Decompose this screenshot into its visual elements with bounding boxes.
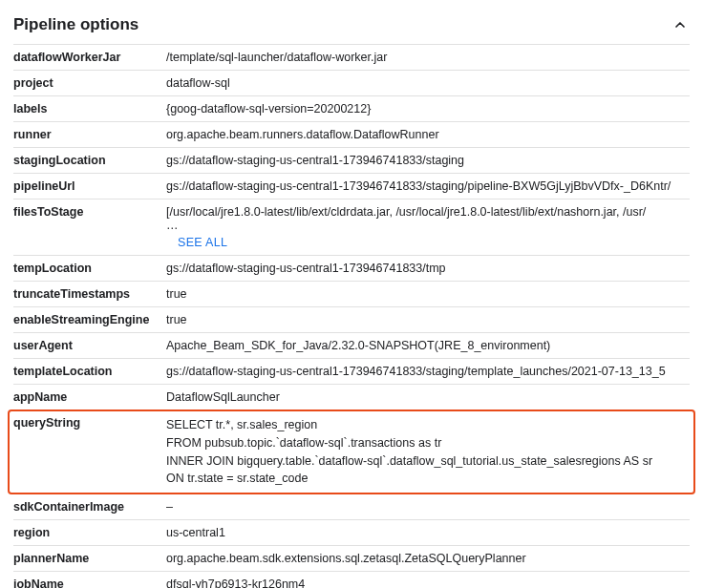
option-row: stagingLocationgs://dataflow-staging-us-… [13,147,690,173]
option-value: true [166,311,690,328]
option-key: runner [13,126,166,143]
option-value: – [166,498,690,515]
option-value: dfsql-yh7p6913-kr126nm4 [166,576,690,588]
option-value: us-central1 [166,524,690,541]
option-row: regionus-central1 [13,519,690,545]
option-key: stagingLocation [13,152,166,169]
option-row: templateLocationgs://dataflow-staging-us… [13,358,690,384]
option-value: DataflowSqlLauncher [166,388,690,406]
option-row: labels{goog-dataflow-sql-version=2020021… [13,95,690,121]
option-key: plannerName [13,550,166,567]
option-key: project [13,74,166,92]
see-all-button[interactable]: SEE ALL [178,236,227,249]
option-key: tempLocation [13,260,166,277]
option-row: jobNamedfsql-yh7p6913-kr126nm4 [13,571,690,588]
option-value: true [166,285,690,303]
option-row: appNameDataflowSqlLauncher [13,384,690,410]
option-key: pipelineUrl [13,178,166,195]
option-row: truncateTimestampstrue [13,281,690,306]
option-value: org.apache.beam.sdk.extensions.sql.zetas… [166,550,690,567]
option-row: dataflowWorkerJar/template/sql-launcher/… [13,44,690,70]
option-row: plannerNameorg.apache.beam.sdk.extension… [13,545,690,571]
option-key: dataflowWorkerJar [13,49,166,66]
option-value: SELECT tr.*, sr.sales_region FROM pubsub… [166,414,690,490]
option-key: userAgent [13,337,166,354]
option-row: tempLocationgs://dataflow-staging-us-cen… [13,255,690,281]
option-value: {goog-dataflow-sql-version=20200212} [166,100,690,117]
option-row: projectdataflow-sql [13,70,690,95]
option-value: Apache_Beam_SDK_for_Java/2.32.0-SNAPSHOT… [166,337,690,354]
option-row: runnerorg.apache.beam.runners.dataflow.D… [13,121,690,147]
option-row: queryStringSELECT tr.*, sr.sales_region … [13,410,690,494]
option-value: org.apache.beam.runners.dataflow.Dataflo… [166,126,690,143]
option-row: pipelineUrlgs://dataflow-staging-us-cent… [13,173,690,199]
option-row: userAgentApache_Beam_SDK_for_Java/2.32.0… [13,332,690,358]
option-value: gs://dataflow-staging-us-central1-173946… [166,178,690,195]
option-row: filesToStage[/usr/local/jre1.8.0-latest/… [13,199,690,255]
option-key: truncateTimestamps [13,285,166,303]
pipeline-options-header: Pipeline options [13,8,690,44]
ellipsis-indicator: … [166,219,690,232]
option-value: /template/sql-launcher/dataflow-worker.j… [166,49,690,66]
option-key: jobName [13,576,166,588]
option-key: queryString [13,414,166,431]
option-key: filesToStage [13,203,166,220]
option-row: sdkContainerImage– [13,494,690,519]
page-title: Pipeline options [13,15,138,34]
option-key: templateLocation [13,363,166,380]
option-key: enableStreamingEngine [13,311,166,328]
option-key: region [13,524,166,541]
option-row: enableStreamingEnginetrue [13,306,690,332]
option-value: dataflow-sql [166,74,690,92]
option-key: sdkContainerImage [13,498,166,515]
chevron-up-icon[interactable] [671,15,690,34]
option-key: appName [13,388,166,406]
option-value: gs://dataflow-staging-us-central1-173946… [166,363,690,380]
option-value: [/usr/local/jre1.8.0-latest/lib/ext/cldr… [166,203,690,251]
option-value: gs://dataflow-staging-us-central1-173946… [166,152,690,169]
pipeline-options-table: dataflowWorkerJar/template/sql-launcher/… [13,44,690,588]
option-key: labels [13,100,166,117]
option-value: gs://dataflow-staging-us-central1-173946… [166,260,690,277]
